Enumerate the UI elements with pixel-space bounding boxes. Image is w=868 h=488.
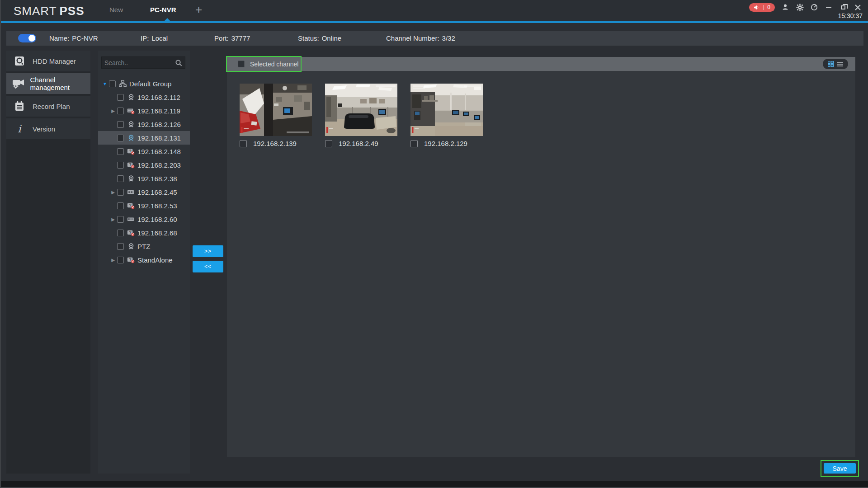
save-button[interactable]: Save [824, 463, 856, 474]
dome-camera-icon [127, 94, 135, 101]
add-channel-button[interactable]: >> [193, 245, 223, 257]
camera-thumbnail-image [325, 84, 397, 136]
tree-item[interactable]: 192.168.2.112 [98, 90, 190, 104]
item-checkbox[interactable] [117, 216, 124, 223]
minimize-button[interactable] [825, 4, 833, 11]
item-checkbox[interactable] [117, 243, 124, 250]
group-checkbox[interactable] [109, 80, 116, 87]
alarm-notification-badge[interactable]: 0 [749, 3, 775, 12]
expand-arrow-icon[interactable]: ▶ [109, 108, 117, 113]
sidebar-item-hdd-manager[interactable]: HDD Manager [6, 51, 90, 71]
item-checkbox[interactable] [117, 121, 124, 128]
tree-group-default[interactable]: ▼ Default Group [98, 77, 190, 90]
alarm-count: 0 [767, 4, 770, 10]
gear-icon[interactable] [796, 4, 804, 11]
list-view-icon[interactable] [837, 62, 843, 66]
search-icon[interactable] [175, 59, 183, 69]
status-label: Status: [298, 34, 319, 42]
add-tab-button[interactable]: + [195, 3, 202, 17]
tree-item[interactable]: 192.168.2.126 [98, 117, 190, 131]
item-checkbox[interactable] [117, 202, 124, 209]
window-bottom-edge [1, 481, 868, 487]
matrix-device-icon [127, 216, 135, 223]
channel-cell: 192.168.2.139 [240, 84, 312, 147]
channel-checkbox[interactable] [240, 140, 247, 147]
item-checkbox[interactable] [117, 189, 124, 196]
info-icon: i [6, 124, 33, 134]
channel-number-field: Channel Number:3/32 [386, 34, 455, 42]
item-label: 192.168.2.126 [137, 121, 181, 128]
item-label: 192.168.2.148 [137, 148, 181, 155]
camera-thumbnail[interactable] [410, 84, 483, 136]
item-label: 192.168.2.112 [137, 94, 180, 101]
item-checkbox[interactable] [117, 175, 124, 182]
item-label: 192.168.2.131 [137, 134, 181, 142]
tree-item[interactable]: ? 192.168.2.148 [98, 145, 190, 158]
app-logo: SMARTPSS [14, 4, 85, 18]
expand-arrow-icon[interactable]: ▶ [109, 258, 117, 263]
item-checkbox[interactable] [117, 148, 124, 155]
restore-button[interactable] [839, 4, 847, 11]
item-checkbox[interactable] [117, 162, 124, 169]
camera-thumbnail[interactable] [325, 84, 397, 136]
collapse-arrow-icon[interactable]: ▼ [101, 81, 109, 86]
camera-thumbnail-image [410, 84, 483, 136]
enable-toggle[interactable] [18, 34, 36, 42]
camera-thumbnail[interactable] [240, 84, 312, 136]
clock: 15:30:37 [838, 12, 863, 19]
logo-part1: SMART [14, 4, 57, 18]
device-unknown-offline-icon: ? [127, 161, 135, 169]
item-label: 192.168.2.68 [137, 229, 177, 237]
search-input[interactable] [104, 58, 172, 67]
tree-item[interactable]: ▶ 192.168.2.45 [98, 185, 190, 199]
sidebar-item-label: Version [33, 125, 55, 133]
sidebar-item-channel-management[interactable]: Channel management [6, 73, 90, 94]
close-button[interactable] [854, 4, 862, 11]
expand-arrow-icon[interactable]: ▶ [109, 190, 117, 195]
tree-item-selected[interactable]: 192.168.2.131 [98, 131, 190, 145]
sidebar-item-label: HDD Manager [33, 57, 76, 65]
selected-channel-checkbox[interactable] [238, 61, 245, 67]
group-label: Default Group [129, 80, 171, 88]
item-checkbox[interactable] [117, 94, 124, 101]
channel-checkbox[interactable] [410, 140, 418, 147]
channel-checkbox[interactable] [325, 140, 332, 147]
svg-text:?: ? [129, 230, 131, 235]
tree-item[interactable]: PTZ [98, 239, 190, 253]
expand-arrow-icon[interactable]: ▶ [109, 217, 117, 222]
tree-item[interactable]: ? 192.168.2.68 [98, 226, 190, 239]
tree-item[interactable]: ▶ 192.168.2.119 [98, 104, 190, 117]
item-checkbox[interactable] [117, 108, 124, 114]
dome-camera-icon [127, 175, 135, 183]
svg-text:?: ? [129, 257, 131, 262]
channel-number-value: 3/32 [442, 34, 455, 42]
channel-cell: 192.168.2.129 [410, 84, 483, 147]
svg-text:?: ? [129, 162, 131, 167]
logo-part2: PSS [60, 4, 85, 18]
sidebar-item-version[interactable]: i Version [6, 118, 90, 139]
sidebar-item-record-plan[interactable]: Record Plan [6, 96, 90, 117]
tree-item[interactable]: ? 192.168.2.203 [98, 158, 190, 172]
item-checkbox[interactable] [117, 230, 124, 236]
user-icon[interactable] [781, 4, 789, 11]
tab-pc-nvr[interactable]: PC-NVR [150, 6, 176, 14]
dashboard-gauge-icon[interactable] [810, 4, 818, 11]
channel-number-label: Channel Number: [386, 34, 439, 42]
tree-item[interactable]: ? 192.168.2.53 [98, 199, 190, 212]
item-checkbox[interactable] [117, 257, 124, 263]
channel-label: 192.168.2.49 [339, 140, 378, 147]
sidebar-item-label: Channel management [30, 76, 90, 91]
device-info-bar: Name:PC-NVR IP:Local Port:37777 Status:O… [6, 31, 863, 46]
item-checkbox[interactable] [117, 135, 124, 141]
dome-camera-icon [127, 134, 135, 142]
tab-new[interactable]: New [109, 6, 123, 14]
port-label: Port: [214, 34, 229, 42]
tree-item[interactable]: 192.168.2.38 [98, 172, 190, 185]
remove-channel-button[interactable]: << [193, 261, 223, 272]
grid-view-icon[interactable] [828, 61, 834, 67]
name-label: Name: [49, 34, 69, 42]
nvr-device-icon [127, 188, 135, 196]
accent-line [1, 21, 868, 23]
tree-item[interactable]: ▶ 192.168.2.60 [98, 212, 190, 226]
tree-item[interactable]: ▶ ? StandAlone [98, 253, 190, 267]
